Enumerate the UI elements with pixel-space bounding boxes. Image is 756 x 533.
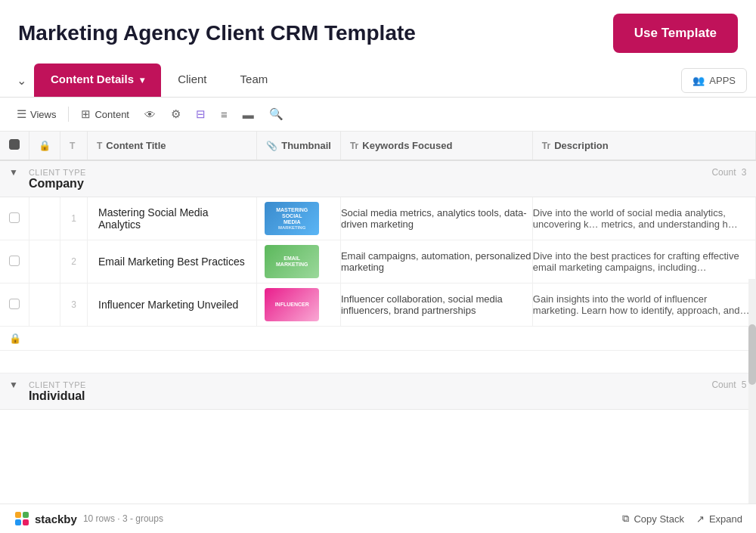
type-icon: T — [70, 141, 75, 151]
lock-icon: 🔒 — [39, 140, 51, 151]
color-button[interactable]: ▬ — [237, 104, 260, 125]
group-header-company: ▼ CLIENT TYPE Company Count 3 — [0, 160, 756, 197]
header: Marketing Agency Client CRM Template Use… — [0, 0, 756, 64]
use-template-button[interactable]: Use Template — [613, 14, 738, 53]
table-row: 3 Influencer Marketing Unveiled INFLUENC… — [0, 284, 756, 327]
apps-button[interactable]: 👥 APPS — [681, 68, 747, 93]
description-icon: Tr — [542, 141, 550, 151]
vertical-scrollbar[interactable] — [748, 279, 756, 518]
lock-add-icon: 🔒 — [9, 333, 21, 344]
thumbnail-image-3: INFLUENCER — [265, 288, 319, 321]
group-header-individual: ▼ CLIENT TYPE Individual Count 5 — [0, 373, 756, 410]
thumbnail-header[interactable]: 📎 Thumbnail — [257, 132, 341, 160]
tab-dropdown-icon: ▾ — [140, 75, 144, 85]
tab-collapse-button[interactable]: ⌄ — [9, 67, 34, 94]
description-2: Dive into the best practices for craftin… — [532, 240, 755, 284]
thumbnail-3: INFLUENCER — [257, 284, 341, 327]
sort-button[interactable]: ≡ — [215, 104, 234, 125]
filter-settings-button[interactable]: ⚙ — [165, 104, 187, 125]
group-button[interactable]: ⊟ — [190, 104, 212, 125]
search-button[interactable]: 🔍 — [263, 104, 290, 125]
sliders-icon: ⚙ — [171, 107, 181, 121]
row-checkbox-2[interactable] — [0, 240, 29, 284]
apps-icon: 👥 — [692, 75, 705, 86]
group-chevron-company[interactable]: ▼ — [9, 167, 18, 178]
thumbnail-image-2: EMAILMARKETING — [265, 245, 319, 278]
footer-left: stackby 10 rows · 3 - groups — [14, 510, 163, 527]
row-lock-1 — [29, 197, 60, 240]
menu-icon: ☰ — [17, 107, 26, 121]
svg-rect-1 — [23, 512, 29, 518]
stackby-logo: stackby — [14, 510, 77, 527]
content-title-2[interactable]: Email Marketing Best Practices — [88, 240, 257, 284]
row-checkbox-1[interactable] — [0, 197, 29, 240]
toolbar: ☰ Views ⊞ Content 👁 ⚙ ⊟ ≡ ▬ 🔍 — [0, 98, 756, 132]
eye-button[interactable]: 👁 — [138, 104, 162, 125]
row-lock-3 — [29, 284, 60, 327]
tab-content-details[interactable]: Content Details ▾ — [34, 64, 161, 97]
lock-header: 🔒 — [29, 132, 60, 160]
keywords-icon: Tr — [350, 141, 358, 151]
description-header[interactable]: Tr Description — [532, 132, 755, 160]
sort-icon: ≡ — [221, 108, 228, 121]
description-1: Dive into the world of social media anal… — [532, 197, 755, 240]
group-count-individual: Count 5 — [711, 380, 746, 390]
row-number-3: 3 — [60, 284, 88, 327]
table-header: 🔒 T T Content Title 📎 Thu — [0, 132, 756, 160]
vertical-scrollbar-thumb[interactable] — [748, 324, 756, 385]
checkbox-header[interactable] — [0, 132, 29, 160]
description-3: Gain insights into the world of influenc… — [532, 284, 755, 327]
tab-team[interactable]: Team — [224, 64, 285, 97]
row-checkbox-3[interactable] — [0, 284, 29, 327]
stackby-logo-icon — [14, 510, 30, 527]
table-area: 🔒 T T Content Title 📎 Thu — [0, 132, 756, 533]
rows-info: 10 rows · 3 - groups — [83, 513, 163, 524]
lock-add-row[interactable]: 🔒 — [0, 327, 756, 351]
eye-icon: 👁 — [144, 108, 156, 121]
content-title-3[interactable]: Influencer Marketing Unveiled — [88, 284, 257, 327]
tab-client[interactable]: Client — [161, 64, 223, 97]
toolbar-separator — [68, 107, 69, 122]
table-row: 2 Email Marketing Best Practices EMAILMA… — [0, 240, 756, 284]
svg-rect-3 — [23, 519, 29, 525]
expand-icon: ↗ — [696, 513, 705, 525]
search-icon: 🔍 — [269, 107, 284, 121]
thumbnail-image-1: MASTERINGSOCIALMEDIA MARKETING — [265, 202, 319, 235]
footer-right: ⧉ Copy Stack ↗ Expand — [622, 513, 742, 525]
svg-rect-2 — [15, 519, 21, 525]
views-button[interactable]: ☰ Views — [11, 104, 62, 125]
keywords-3: Influencer collaboration, social media i… — [340, 284, 532, 327]
thumbnail-2: EMAILMARKETING — [257, 240, 341, 284]
separator-row — [0, 351, 756, 373]
select-all-checkbox[interactable] — [9, 139, 20, 150]
copy-stack-button[interactable]: ⧉ Copy Stack — [622, 513, 683, 525]
content-button[interactable]: ⊞ Content — [75, 104, 135, 125]
group-chevron-individual[interactable]: ▼ — [9, 380, 18, 390]
page-title: Marketing Agency Client CRM Template — [18, 21, 416, 45]
expand-button[interactable]: ↗ Expand — [696, 513, 742, 525]
content-title-header[interactable]: T Content Title — [88, 132, 257, 160]
copy-icon: ⧉ — [622, 513, 629, 525]
data-table: 🔒 T T Content Title 📎 Thu — [0, 132, 756, 410]
grid-icon: ⊞ — [81, 107, 91, 121]
row-number-1: 1 — [60, 197, 88, 240]
table-row: 1 Mastering Social Media Analytics MASTE… — [0, 197, 756, 240]
footer: stackby 10 rows · 3 - groups ⧉ Copy Stac… — [0, 504, 756, 533]
content-title-1[interactable]: Mastering Social Media Analytics — [88, 197, 257, 240]
text-icon: T — [97, 141, 102, 151]
keywords-2: Email campaigns, automation, personalize… — [340, 240, 532, 284]
group-icon: ⊟ — [196, 107, 206, 121]
attachment-icon: 📎 — [266, 141, 277, 151]
thumbnail-1: MASTERINGSOCIALMEDIA MARKETING — [257, 197, 341, 240]
keywords-1: Social media metrics, analytics tools, d… — [340, 197, 532, 240]
group-count-company: Count 3 — [711, 167, 746, 178]
row-number-2: 2 — [60, 240, 88, 284]
type-header: T — [60, 132, 88, 160]
svg-rect-0 — [15, 512, 21, 518]
keywords-header[interactable]: Tr Keywords Focused — [340, 132, 532, 160]
color-icon: ▬ — [243, 108, 254, 121]
row-lock-2 — [29, 240, 60, 284]
tabs-bar: ⌄ Content Details ▾ Client Team 👥 APPS — [0, 64, 756, 98]
